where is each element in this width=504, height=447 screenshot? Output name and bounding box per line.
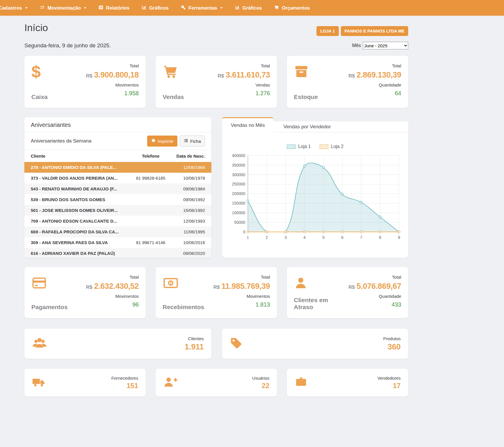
currency-prefix: R$ bbox=[86, 73, 92, 79]
archive-box-icon bbox=[294, 63, 318, 80]
table-row[interactable]: 669 - RAFAELA PROCOPIO DA SILVA CA... 11… bbox=[24, 226, 211, 237]
nav-label: Gráficos bbox=[149, 5, 169, 11]
cart-icon bbox=[163, 63, 184, 80]
nav-item-movimentacao[interactable]: Movimentação bbox=[34, 0, 93, 16]
row-cliente: 543 - RENATO MARINHO DE ARAUJO (F... bbox=[31, 186, 129, 191]
produtos-label: Produtos bbox=[383, 336, 401, 341]
svg-text:200000: 200000 bbox=[232, 192, 245, 196]
row-cliente: 278 - ANTONIO EMIDIO DA SILVA (PALE... bbox=[31, 165, 129, 170]
user-plus-icon bbox=[163, 376, 178, 390]
users-icon bbox=[32, 336, 47, 351]
currency-prefix: R$ bbox=[218, 73, 224, 79]
caixa-sub-label: Movimentos bbox=[86, 82, 139, 87]
row-telefone: 81 99828-6185 bbox=[129, 176, 172, 181]
estoque-card: Estoque Total R$2.869.130,39 Quantidade … bbox=[287, 56, 408, 108]
wrench-icon bbox=[181, 5, 186, 11]
row-telefone: 81 99671-4146 bbox=[129, 240, 172, 245]
bar-chart-icon bbox=[235, 5, 240, 11]
row-nasc: 12/06/1966 bbox=[172, 165, 205, 170]
svg-text:150000: 150000 bbox=[232, 201, 245, 206]
svg-text:300000: 300000 bbox=[232, 173, 245, 177]
svg-text:6: 6 bbox=[341, 235, 343, 240]
vendas-count: 1.276 bbox=[218, 90, 270, 97]
fornecedores-label: Fornecedores bbox=[111, 376, 138, 381]
caixa-total: 3.900.800,18 bbox=[94, 71, 139, 79]
row-cliente: 709 - ANTONIO EDSON CAVALCANTE D... bbox=[31, 219, 129, 224]
total-label: Total bbox=[218, 63, 270, 68]
month-select[interactable]: June - 2025 bbox=[363, 42, 408, 49]
nav-label: Gráficos bbox=[242, 5, 262, 11]
svg-text:2: 2 bbox=[266, 235, 268, 240]
row-cliente: 669 - RAFAELA PROCOPIO DA SILVA CA... bbox=[31, 229, 129, 234]
user-icon bbox=[294, 275, 329, 291]
nav-item-graficos[interactable]: Gráficos bbox=[136, 0, 175, 16]
report-icon bbox=[98, 5, 103, 11]
svg-text:1: 1 bbox=[170, 281, 172, 285]
table-row[interactable]: 373 - VALDIR DOS ANJOS PEREIRA (AN... 81… bbox=[24, 173, 211, 183]
row-nasc: 12/06/1993 bbox=[172, 219, 205, 224]
svg-text:1: 1 bbox=[247, 235, 249, 240]
ficha-button[interactable]: Ficha bbox=[180, 136, 205, 147]
table-row[interactable]: 501 - JOSE WELISSON GOMES OLIVEIR... 15/… bbox=[24, 205, 211, 216]
row-nasc: 10/06/2016 bbox=[172, 240, 205, 245]
caret-down-icon bbox=[25, 7, 28, 9]
nav-label: Movimentação bbox=[48, 5, 81, 11]
imprimir-button[interactable]: Imprimir bbox=[147, 136, 177, 147]
total-label: Total bbox=[348, 63, 401, 68]
row-cliente: 309 - ANA SEVERINA PAES DA SILVA bbox=[31, 240, 129, 245]
company-button[interactable]: PANNOS E PANNOS LTDA ME bbox=[341, 26, 408, 36]
row-cliente: 501 - JOSE WELISSON GOMES OLIVEIR... bbox=[31, 208, 129, 213]
usuarios-card: Usuários 22 bbox=[156, 369, 277, 396]
nav-item-ferramentas[interactable]: Ferramentas bbox=[175, 0, 229, 16]
pagamentos-card: Pagamentos Total R$2.632.430,52 Moviment… bbox=[24, 267, 146, 318]
pagamentos-count: 96 bbox=[86, 301, 139, 308]
recebimentos-label: Recebimentos bbox=[163, 304, 204, 311]
nav-item-orcamentos[interactable]: Orçamentos bbox=[268, 0, 316, 16]
tab-vendas-por-vendedor[interactable]: Vendas por Vendedor bbox=[273, 121, 341, 132]
svg-text:350000: 350000 bbox=[232, 163, 245, 167]
nav-item-relatorios[interactable]: Relatórios bbox=[92, 0, 136, 16]
store-button[interactable]: LOJA 1 bbox=[316, 26, 339, 36]
vendas-card: Vendas Total R$3.611.610,73 Vendas 1.276 bbox=[156, 56, 277, 108]
aniversariantes-title: Aniversariantes bbox=[24, 117, 211, 132]
birthday-table-header: Cliente Telefone Data de Nasc. bbox=[24, 150, 211, 162]
total-label: Total bbox=[348, 275, 401, 280]
table-row[interactable]: 539 - BRUNO DOS SANTOS GOMES 09/06/1992 bbox=[24, 194, 211, 205]
svg-text:9: 9 bbox=[398, 235, 400, 240]
svg-text:50000: 50000 bbox=[234, 220, 246, 225]
clientes-atraso-label: Clientes em Atraso bbox=[294, 297, 329, 311]
produtos-card: Produtos 360 bbox=[222, 329, 408, 359]
table-row[interactable]: 616 - ADRIANO XAVIER DA PAZ (PALAÚ) 09/0… bbox=[24, 248, 211, 258]
caret-down-icon bbox=[220, 7, 223, 9]
clientes-card: Clientes 1.911 bbox=[24, 329, 211, 359]
table-row[interactable]: 543 - RENATO MARINHO DE ARAUJO (F... 09/… bbox=[24, 183, 211, 194]
nav-label: Cadastros bbox=[0, 5, 22, 11]
total-label: Total bbox=[86, 63, 139, 68]
pagamentos-label: Pagamentos bbox=[31, 304, 68, 311]
svg-text:0: 0 bbox=[243, 230, 245, 234]
clientes-label: Clientes bbox=[185, 336, 204, 341]
clientes-atraso-sub-label: Quantidade bbox=[348, 294, 401, 299]
usuarios-count: 22 bbox=[252, 382, 269, 390]
clientes-atraso-count: 433 bbox=[348, 301, 401, 308]
table-row[interactable]: 709 - ANTONIO EDSON CAVALCANTE D... 12/0… bbox=[24, 216, 211, 226]
table-row[interactable]: 309 - ANA SEVERINA PAES DA SILVA 81 9967… bbox=[24, 237, 211, 248]
vendedores-card: Vendedores 17 bbox=[287, 369, 408, 396]
tab-vendas-no-mes[interactable]: Vendas no Mês bbox=[222, 117, 273, 132]
row-nasc: 10/06/1978 bbox=[172, 176, 205, 181]
clientes-count: 1.911 bbox=[185, 343, 204, 352]
nav-item-cadastros[interactable]: Cadastros bbox=[0, 0, 34, 16]
credit-card-icon bbox=[31, 275, 68, 291]
briefcase-icon bbox=[294, 376, 308, 389]
list-icon bbox=[184, 138, 188, 144]
table-row[interactable]: 278 - ANTONIO EMIDIO DA SILVA (PALE... 1… bbox=[24, 162, 211, 173]
legend-item[interactable]: Loja 2 bbox=[320, 144, 344, 149]
recebimentos-total: 11.985.769,39 bbox=[222, 282, 270, 291]
vendas-total: 3.611.610,73 bbox=[226, 71, 270, 79]
caixa-label: Caixa bbox=[31, 93, 48, 100]
nav-item-graficos-2[interactable]: Gráficos bbox=[229, 0, 268, 16]
aniversariantes-subtitle: Aniversariantes da Semana bbox=[31, 138, 91, 144]
svg-text:250000: 250000 bbox=[232, 182, 245, 186]
estoque-sub-label: Quantidade bbox=[348, 82, 401, 87]
legend-item[interactable]: Loja 1 bbox=[287, 144, 311, 149]
